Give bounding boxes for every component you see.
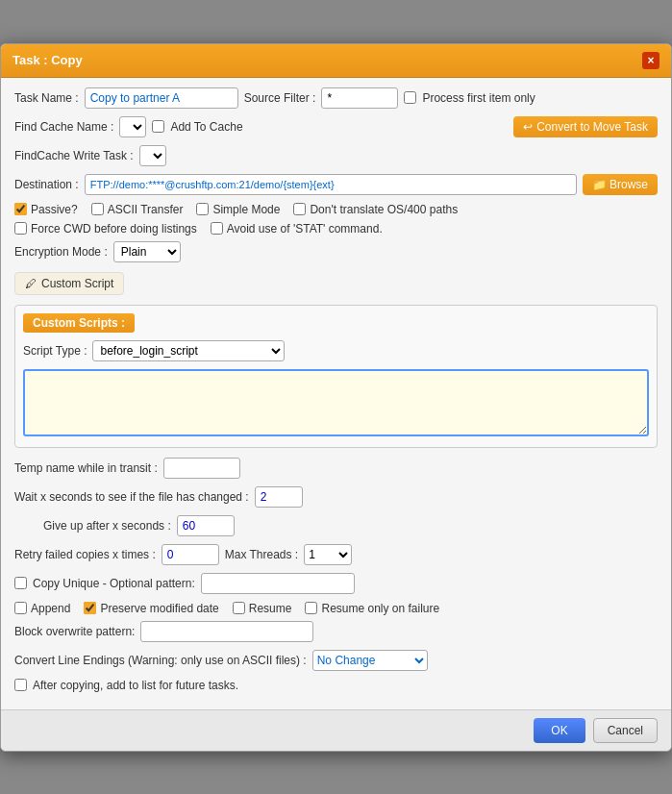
dont-translate-checkbox[interactable] <box>293 203 306 215</box>
custom-scripts-header: Custom Scripts : <box>23 313 135 333</box>
passive-checkbox[interactable] <box>14 203 27 215</box>
wait-row: Wait x seconds to see if the file has ch… <box>14 486 658 508</box>
close-button[interactable]: × <box>642 52 660 69</box>
wait-input[interactable] <box>255 486 303 508</box>
simple-mode-checkbox[interactable] <box>196 203 209 215</box>
encryption-label: Encryption Mode : <box>14 245 108 259</box>
retry-input[interactable] <box>162 544 219 565</box>
browse-button[interactable]: 📁 Browse <box>583 174 658 195</box>
ok-button[interactable]: OK <box>534 718 585 743</box>
temp-name-row: Temp name while in transit : <box>14 458 658 479</box>
dont-translate-item: Don't translate OS/400 paths <box>293 203 458 216</box>
findcache-write-select[interactable] <box>139 145 166 166</box>
script-textarea[interactable] <box>23 369 649 436</box>
block-pattern-row: Block overwrite pattern: <box>14 621 658 642</box>
arrow-icon: ↩ <box>523 120 533 134</box>
resume-failure-label: Resume only on failure <box>321 602 439 615</box>
destination-row: Destination : 📁 Browse <box>14 174 658 195</box>
convert-endings-label: Convert Line Endings (Warning: only use … <box>14 654 307 667</box>
checkboxes-row2: Force CWD before doing listings Avoid us… <box>14 222 658 236</box>
optional-pattern-input[interactable] <box>201 573 355 594</box>
task-name-input[interactable] <box>85 87 238 109</box>
temp-name-input[interactable] <box>163 458 240 479</box>
source-filter-input[interactable] <box>321 87 398 109</box>
findcache-write-label: FindCache Write Task : <box>14 149 134 162</box>
convert-to-move-button[interactable]: ↩ Convert to Move Task <box>513 116 658 137</box>
avoid-stat-item: Avoid use of 'STAT' command. <box>211 222 383 236</box>
preserve-date-item: Preserve modified date <box>84 602 218 615</box>
encryption-row: Encryption Mode : Plain <box>14 241 658 262</box>
ascii-label: ASCII Transfer <box>108 203 184 216</box>
add-to-cache-checkbox[interactable] <box>152 120 164 133</box>
giveup-label: Give up after x seconds : <box>43 519 171 533</box>
simple-mode-item: Simple Mode <box>196 203 280 216</box>
block-pattern-label: Block overwrite pattern: <box>14 625 135 638</box>
dialog-title: Task : Copy <box>12 53 83 67</box>
wait-label: Wait x seconds to see if the file has ch… <box>14 490 249 504</box>
after-copy-row: After copying, add to list for future ta… <box>14 679 658 692</box>
force-cwd-item: Force CWD before doing listings <box>14 222 197 236</box>
custom-script-button[interactable]: 🖊 Custom Script <box>14 272 124 295</box>
findcache-write-row: FindCache Write Task : <box>14 145 658 166</box>
resume-failure-item: Resume only on failure <box>305 602 439 615</box>
copy-unique-row: Copy Unique - Optional pattern: <box>14 573 658 594</box>
find-cache-label: Find Cache Name : <box>14 120 113 134</box>
simple-mode-label: Simple Mode <box>212 203 280 216</box>
passive-item: Passive? <box>14 203 78 216</box>
after-copy-label: After copying, add to list for future ta… <box>33 679 238 692</box>
preserve-date-checkbox[interactable] <box>84 602 96 614</box>
convert-endings-row: Convert Line Endings (Warning: only use … <box>14 650 658 671</box>
encryption-select[interactable]: Plain <box>113 241 181 262</box>
preserve-date-label: Preserve modified date <box>100 602 218 615</box>
temp-name-label: Temp name while in transit : <box>14 461 158 475</box>
ascii-transfer-checkbox[interactable] <box>91 203 104 215</box>
resume-label: Resume <box>249 602 292 615</box>
append-checkbox[interactable] <box>14 602 27 614</box>
script-type-row: Script Type : before_login_script <box>23 340 649 361</box>
copy-unique-label: Copy Unique - Optional pattern: <box>33 577 195 590</box>
after-copy-checkbox[interactable] <box>14 679 27 691</box>
destination-input[interactable] <box>85 174 577 195</box>
custom-script-label: Custom Script <box>41 277 113 290</box>
convert-btn-label: Convert to Move Task <box>536 120 648 134</box>
passive-label: Passive? <box>31 203 78 216</box>
avoid-stat-label: Avoid use of 'STAT' command. <box>227 222 383 236</box>
retry-row: Retry failed copies x times : Max Thread… <box>14 544 658 565</box>
title-bar: Task : Copy × <box>1 44 671 78</box>
browse-label: Browse <box>610 178 648 191</box>
convert-endings-select[interactable]: No Change <box>312 650 428 671</box>
giveup-row: Give up after x seconds : <box>14 515 658 536</box>
task-name-label: Task Name : <box>14 91 79 105</box>
resume-item: Resume <box>233 602 292 615</box>
append-label: Append <box>31 602 70 615</box>
append-row: Append Preserve modified date Resume Res… <box>14 602 658 615</box>
avoid-stat-checkbox[interactable] <box>211 222 223 235</box>
giveup-input[interactable] <box>177 515 235 536</box>
custom-scripts-section: Custom Scripts : Script Type : before_lo… <box>14 305 658 448</box>
retry-label: Retry failed copies x times : <box>14 548 156 561</box>
find-cache-select[interactable] <box>119 116 146 137</box>
copy-unique-checkbox[interactable] <box>14 577 27 589</box>
folder-icon: 📁 <box>592 178 607 191</box>
task-name-row: Task Name : Source Filter : Process firs… <box>14 87 658 109</box>
process-first-label: Process first item only <box>422 91 535 105</box>
dont-translate-label: Don't translate OS/400 paths <box>310 203 458 216</box>
script-icon: 🖊 <box>25 277 37 290</box>
destination-label: Destination : <box>14 178 79 191</box>
block-pattern-input[interactable] <box>140 621 313 642</box>
append-item: Append <box>14 602 70 615</box>
process-first-checkbox[interactable] <box>404 91 416 104</box>
max-threads-select[interactable]: 1 <box>304 544 352 565</box>
source-filter-label: Source Filter : <box>244 91 316 105</box>
task-copy-dialog: Task : Copy × Task Name : Source Filter … <box>0 43 672 752</box>
ascii-item: ASCII Transfer <box>91 203 184 216</box>
cancel-button[interactable]: Cancel <box>593 718 658 743</box>
force-cwd-checkbox[interactable] <box>14 222 27 235</box>
script-type-select[interactable]: before_login_script <box>92 340 285 361</box>
resume-failure-checkbox[interactable] <box>305 602 317 614</box>
add-to-cache-label: Add To Cache <box>170 120 242 134</box>
force-cwd-label: Force CWD before doing listings <box>31 222 197 236</box>
script-type-label: Script Type : <box>23 344 87 358</box>
resume-checkbox[interactable] <box>233 602 245 614</box>
checkboxes-row1: Passive? ASCII Transfer Simple Mode Don'… <box>14 203 658 216</box>
